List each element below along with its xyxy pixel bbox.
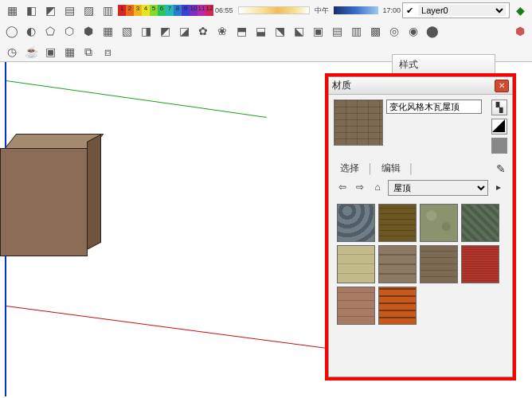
material-thumb[interactable] — [378, 204, 417, 242]
tool-icon[interactable]: ▣ — [309, 22, 327, 40]
layer-dropdown[interactable]: Layer0 — [418, 5, 506, 16]
tool-icon[interactable]: ◐ — [22, 22, 40, 40]
material-side-buttons: ▝▖ — [491, 100, 507, 154]
tool-icon[interactable]: ▦ — [3, 2, 21, 19]
nav-back-icon[interactable]: ⇦ — [335, 181, 350, 195]
layer-manager-icon[interactable]: ◆ — [511, 2, 529, 19]
material-thumb[interactable] — [337, 287, 375, 325]
tool-icon[interactable]: ▩ — [366, 22, 384, 40]
material-thumb[interactable] — [337, 204, 375, 242]
clock-icon[interactable]: ◷ — [3, 43, 21, 60]
tool-icon[interactable]: ▤ — [61, 2, 78, 19]
layers-icon[interactable]: ⧉ — [80, 43, 97, 60]
tool-icon[interactable]: ◩ — [41, 2, 59, 19]
check-icon: ✔ — [406, 6, 413, 16]
tool-icon[interactable]: ◧ — [22, 2, 40, 19]
styles-tab-label: 样式 — [399, 59, 418, 70]
eyedropper-icon[interactable]: ✎ — [496, 162, 506, 175]
material-thumb-grid — [329, 199, 512, 330]
material-thumb[interactable] — [420, 245, 458, 283]
tool-icon[interactable]: ⬤ — [424, 22, 441, 40]
material-thumb[interactable] — [378, 287, 417, 325]
tab-separator: │ — [367, 163, 374, 174]
tool-icon[interactable]: ◯ — [3, 22, 21, 40]
tool-icon[interactable]: ▨ — [80, 2, 97, 19]
time-mid: 中午 — [315, 6, 329, 16]
material-thumb[interactable] — [337, 245, 375, 283]
tool-icon[interactable]: ❀ — [213, 22, 231, 40]
material-thumb[interactable] — [461, 204, 499, 242]
materials-titlebar[interactable]: 材质 ✕ — [329, 77, 512, 95]
tool-icon[interactable]: ◩ — [156, 22, 174, 40]
tool-icon[interactable]: ⬓ — [252, 22, 269, 40]
tab-edit[interactable]: 编辑 — [377, 160, 405, 177]
toolbar-row-2: ◯ ◐ ⬠ ⬡ ⬢ ▦ ▧ ◨ ◩ ◪ ✿ ❀ ⬒ ⬓ ⬔ ⬕ ▣ ▤ ▥ ▩ … — [0, 21, 532, 41]
tool-icon[interactable]: ⬢ — [80, 22, 97, 40]
nav-forward-icon[interactable]: ⇨ — [353, 181, 367, 195]
box-side-face — [87, 134, 101, 250]
current-material-swatch[interactable] — [334, 100, 383, 146]
details-icon[interactable]: ▸ — [491, 181, 506, 195]
tool-icon[interactable]: ◉ — [405, 22, 422, 40]
create-material-icon[interactable]: ▝▖ — [491, 100, 507, 115]
layer-selector[interactable]: ✔ Layer0 — [402, 2, 510, 18]
materials-nav-row: ⇦ ⇨ ⌂ 屋顶 ▸ — [329, 177, 512, 199]
time-end: 17:00 — [383, 6, 401, 14]
sun-band[interactable] — [334, 6, 378, 14]
tool-icon[interactable]: ▤ — [328, 22, 346, 40]
layers-icon[interactable]: ⧈ — [99, 43, 116, 60]
tool-icon[interactable]: ◪ — [175, 22, 193, 40]
tool-icon[interactable]: ✿ — [194, 22, 212, 40]
materials-title: 材质 — [332, 79, 351, 92]
tool-icon[interactable]: ◎ — [385, 22, 403, 40]
secondary-swatch[interactable] — [491, 138, 507, 154]
cube-icon[interactable]: ▦ — [61, 43, 78, 60]
box-front-face — [0, 148, 88, 256]
material-thumb[interactable] — [461, 245, 499, 283]
tab-separator: │ — [409, 163, 415, 174]
toolbar-area: ▦ ◧ ◩ ▤ ▨ ▥ 1 2 3 4 5 6 7 8 9 10 11 12 0… — [0, 0, 532, 62]
tool-icon[interactable]: ⬡ — [61, 22, 78, 40]
toolbar-row-1: ▦ ◧ ◩ ▤ ▨ ▥ 1 2 3 4 5 6 7 8 9 10 11 12 0… — [0, 0, 532, 21]
material-category-select[interactable]: 屋顶 — [388, 180, 488, 196]
tool-icon[interactable]: ▥ — [99, 2, 116, 19]
default-material-icon[interactable] — [491, 119, 507, 135]
month-spectrum: 1 2 3 4 5 6 7 8 9 10 11 12 — [118, 5, 213, 16]
styles-panel-tab[interactable]: 样式 — [392, 54, 495, 75]
time-start: 06:55 — [215, 6, 233, 14]
tool-icon[interactable]: ▧ — [118, 22, 135, 40]
tool-icon[interactable]: ⬠ — [41, 22, 59, 40]
close-icon[interactable]: ✕ — [495, 80, 509, 92]
tool-icon[interactable]: ▥ — [347, 22, 365, 40]
materials-panel: 材质 ✕ ▝▖ 选择 │ 编辑 │ ✎ ⇦ ⇨ ⌂ 屋顶 ▸ — [328, 76, 513, 377]
cube-icon[interactable]: ▣ — [41, 43, 59, 60]
materials-tabs: 选择 │ 编辑 │ ✎ — [329, 158, 512, 177]
tool-icon[interactable]: ⬕ — [290, 22, 307, 40]
tool-icon[interactable]: ◨ — [137, 22, 155, 40]
tool-icon[interactable]: ⬔ — [271, 22, 288, 40]
material-thumb[interactable] — [378, 245, 417, 283]
time-band[interactable] — [238, 6, 310, 14]
tab-select[interactable]: 选择 — [335, 160, 364, 177]
material-name-input[interactable] — [386, 100, 482, 114]
tool-icon[interactable]: ⬒ — [233, 22, 250, 40]
teapot-icon[interactable]: ☕ — [22, 43, 40, 60]
materials-preview-row: ▝▖ — [329, 95, 512, 158]
tool-icon[interactable]: ▦ — [99, 22, 116, 40]
material-thumb[interactable] — [420, 204, 458, 242]
nav-home-icon[interactable]: ⌂ — [370, 181, 385, 195]
axis-y — [6, 80, 267, 118]
render-icon[interactable]: ⬢ — [511, 22, 529, 40]
